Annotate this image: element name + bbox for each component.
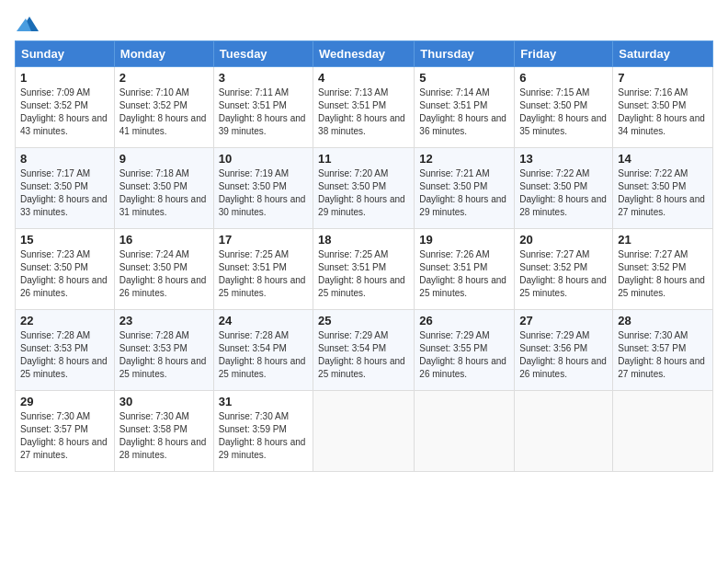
calendar-cell: 29 Sunrise: 7:30 AM Sunset: 3:57 PM Dayl… <box>16 391 115 472</box>
logo <box>15 15 40 33</box>
day-info: Sunrise: 7:24 AM Sunset: 3:50 PM Dayligh… <box>119 248 209 300</box>
day-info: Sunrise: 7:28 AM Sunset: 3:54 PM Dayligh… <box>219 329 308 381</box>
calendar-cell: 5 Sunrise: 7:14 AM Sunset: 3:51 PM Dayli… <box>415 67 515 148</box>
calendar-cell: 8 Sunrise: 7:17 AM Sunset: 3:50 PM Dayli… <box>16 148 115 229</box>
calendar-cell: 14 Sunrise: 7:22 AM Sunset: 3:50 PM Dayl… <box>613 148 713 229</box>
day-info: Sunrise: 7:28 AM Sunset: 3:53 PM Dayligh… <box>20 329 109 381</box>
day-info: Sunrise: 7:18 AM Sunset: 3:50 PM Dayligh… <box>119 167 209 219</box>
logo-icon <box>17 15 39 33</box>
day-number: 21 <box>618 233 708 247</box>
calendar-cell: 17 Sunrise: 7:25 AM Sunset: 3:51 PM Dayl… <box>213 229 313 310</box>
day-number: 31 <box>219 395 308 408</box>
day-info: Sunrise: 7:30 AM Sunset: 3:57 PM Dayligh… <box>20 410 109 462</box>
calendar-cell: 26 Sunrise: 7:29 AM Sunset: 3:55 PM Dayl… <box>415 310 515 391</box>
calendar-cell: 15 Sunrise: 7:23 AM Sunset: 3:50 PM Dayl… <box>16 229 115 310</box>
day-number: 5 <box>419 71 509 85</box>
day-number: 10 <box>219 152 308 166</box>
calendar-cell <box>613 391 713 472</box>
day-info: Sunrise: 7:16 AM Sunset: 3:50 PM Dayligh… <box>618 86 708 138</box>
day-number: 30 <box>119 395 209 408</box>
calendar-header-sunday: Sunday <box>16 41 115 67</box>
day-info: Sunrise: 7:10 AM Sunset: 3:52 PM Dayligh… <box>119 86 209 138</box>
day-info: Sunrise: 7:15 AM Sunset: 3:50 PM Dayligh… <box>519 86 608 138</box>
calendar-week-row: 29 Sunrise: 7:30 AM Sunset: 3:57 PM Dayl… <box>16 391 713 472</box>
calendar-cell: 10 Sunrise: 7:19 AM Sunset: 3:50 PM Dayl… <box>213 148 313 229</box>
day-number: 14 <box>618 152 708 166</box>
calendar-cell: 27 Sunrise: 7:29 AM Sunset: 3:56 PM Dayl… <box>515 310 613 391</box>
day-info: Sunrise: 7:14 AM Sunset: 3:51 PM Dayligh… <box>419 86 509 138</box>
day-number: 18 <box>318 233 409 247</box>
calendar-table: SundayMondayTuesdayWednesdayThursdayFrid… <box>15 40 713 472</box>
day-info: Sunrise: 7:17 AM Sunset: 3:50 PM Dayligh… <box>20 167 109 219</box>
day-number: 16 <box>119 233 209 247</box>
day-number: 26 <box>419 314 509 327</box>
calendar-header-row: SundayMondayTuesdayWednesdayThursdayFrid… <box>16 41 713 67</box>
day-info: Sunrise: 7:30 AM Sunset: 3:58 PM Dayligh… <box>119 410 209 462</box>
day-number: 15 <box>20 233 109 247</box>
calendar-header-friday: Friday <box>515 41 613 67</box>
page-header <box>15 15 713 33</box>
calendar-cell: 31 Sunrise: 7:30 AM Sunset: 3:59 PM Dayl… <box>213 391 313 472</box>
day-info: Sunrise: 7:26 AM Sunset: 3:51 PM Dayligh… <box>419 248 509 300</box>
day-number: 2 <box>119 71 209 85</box>
calendar-cell <box>415 391 515 472</box>
calendar-cell: 23 Sunrise: 7:28 AM Sunset: 3:53 PM Dayl… <box>114 310 213 391</box>
day-info: Sunrise: 7:25 AM Sunset: 3:51 PM Dayligh… <box>318 248 409 300</box>
calendar-cell: 7 Sunrise: 7:16 AM Sunset: 3:50 PM Dayli… <box>613 67 713 148</box>
calendar-week-row: 15 Sunrise: 7:23 AM Sunset: 3:50 PM Dayl… <box>16 229 713 310</box>
calendar-cell: 4 Sunrise: 7:13 AM Sunset: 3:51 PM Dayli… <box>313 67 415 148</box>
day-number: 25 <box>318 314 409 327</box>
calendar-cell: 3 Sunrise: 7:11 AM Sunset: 3:51 PM Dayli… <box>213 67 313 148</box>
day-number: 22 <box>20 314 109 327</box>
calendar-cell: 24 Sunrise: 7:28 AM Sunset: 3:54 PM Dayl… <box>213 310 313 391</box>
calendar-cell: 9 Sunrise: 7:18 AM Sunset: 3:50 PM Dayli… <box>114 148 213 229</box>
day-number: 12 <box>419 152 509 166</box>
calendar-header-monday: Monday <box>114 41 213 67</box>
day-info: Sunrise: 7:13 AM Sunset: 3:51 PM Dayligh… <box>318 86 409 138</box>
day-info: Sunrise: 7:09 AM Sunset: 3:52 PM Dayligh… <box>20 86 109 138</box>
calendar-header-tuesday: Tuesday <box>213 41 313 67</box>
calendar-cell: 20 Sunrise: 7:27 AM Sunset: 3:52 PM Dayl… <box>515 229 613 310</box>
day-number: 11 <box>318 152 409 166</box>
day-info: Sunrise: 7:20 AM Sunset: 3:50 PM Dayligh… <box>318 167 409 219</box>
day-info: Sunrise: 7:30 AM Sunset: 3:57 PM Dayligh… <box>618 329 708 381</box>
calendar-cell: 25 Sunrise: 7:29 AM Sunset: 3:54 PM Dayl… <box>313 310 415 391</box>
calendar-cell: 18 Sunrise: 7:25 AM Sunset: 3:51 PM Dayl… <box>313 229 415 310</box>
day-info: Sunrise: 7:25 AM Sunset: 3:51 PM Dayligh… <box>219 248 308 300</box>
day-number: 28 <box>618 314 708 327</box>
day-number: 9 <box>119 152 209 166</box>
calendar-header-thursday: Thursday <box>415 41 515 67</box>
calendar-cell: 12 Sunrise: 7:21 AM Sunset: 3:50 PM Dayl… <box>415 148 515 229</box>
day-info: Sunrise: 7:11 AM Sunset: 3:51 PM Dayligh… <box>219 86 308 138</box>
day-info: Sunrise: 7:28 AM Sunset: 3:53 PM Dayligh… <box>119 329 209 381</box>
day-number: 19 <box>419 233 509 247</box>
day-number: 17 <box>219 233 308 247</box>
day-info: Sunrise: 7:22 AM Sunset: 3:50 PM Dayligh… <box>618 167 708 219</box>
day-info: Sunrise: 7:29 AM Sunset: 3:55 PM Dayligh… <box>419 329 509 381</box>
day-info: Sunrise: 7:30 AM Sunset: 3:59 PM Dayligh… <box>219 410 308 462</box>
calendar-cell: 19 Sunrise: 7:26 AM Sunset: 3:51 PM Dayl… <box>415 229 515 310</box>
day-info: Sunrise: 7:29 AM Sunset: 3:56 PM Dayligh… <box>519 329 608 381</box>
calendar-cell: 30 Sunrise: 7:30 AM Sunset: 3:58 PM Dayl… <box>114 391 213 472</box>
day-info: Sunrise: 7:19 AM Sunset: 3:50 PM Dayligh… <box>219 167 308 219</box>
day-number: 13 <box>519 152 608 166</box>
calendar-cell: 1 Sunrise: 7:09 AM Sunset: 3:52 PM Dayli… <box>16 67 115 148</box>
day-number: 20 <box>519 233 608 247</box>
calendar-cell: 16 Sunrise: 7:24 AM Sunset: 3:50 PM Dayl… <box>114 229 213 310</box>
day-info: Sunrise: 7:23 AM Sunset: 3:50 PM Dayligh… <box>20 248 109 300</box>
calendar-cell: 28 Sunrise: 7:30 AM Sunset: 3:57 PM Dayl… <box>613 310 713 391</box>
day-info: Sunrise: 7:21 AM Sunset: 3:50 PM Dayligh… <box>419 167 509 219</box>
calendar-week-row: 22 Sunrise: 7:28 AM Sunset: 3:53 PM Dayl… <box>16 310 713 391</box>
calendar-header-saturday: Saturday <box>613 41 713 67</box>
day-number: 29 <box>20 395 109 408</box>
day-number: 27 <box>519 314 608 327</box>
calendar-cell: 13 Sunrise: 7:22 AM Sunset: 3:50 PM Dayl… <box>515 148 613 229</box>
calendar-cell: 22 Sunrise: 7:28 AM Sunset: 3:53 PM Dayl… <box>16 310 115 391</box>
calendar-week-row: 1 Sunrise: 7:09 AM Sunset: 3:52 PM Dayli… <box>16 67 713 148</box>
day-number: 7 <box>618 71 708 85</box>
day-number: 4 <box>318 71 409 85</box>
calendar-header-wednesday: Wednesday <box>313 41 415 67</box>
day-number: 23 <box>119 314 209 327</box>
day-info: Sunrise: 7:27 AM Sunset: 3:52 PM Dayligh… <box>618 248 708 300</box>
day-info: Sunrise: 7:27 AM Sunset: 3:52 PM Dayligh… <box>519 248 608 300</box>
